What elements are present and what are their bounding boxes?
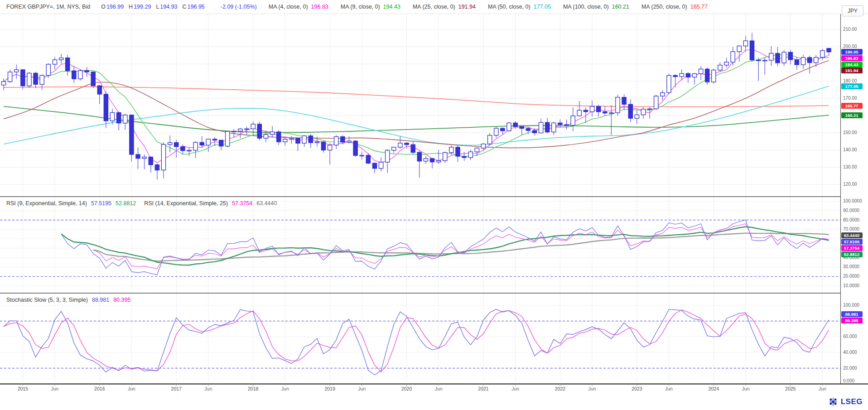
rsi-1-value: 57.5195 bbox=[91, 200, 111, 207]
rsi-1-title[interactable]: RSI (9, Exponential, Simple, 14) bbox=[6, 200, 87, 207]
x-axis-label: Jun bbox=[742, 386, 749, 391]
rsi-axis-label: 20.0000 bbox=[843, 274, 859, 279]
rsi-axis-label: 70.0000 bbox=[843, 227, 859, 232]
rsi-axis-label: 90.0000 bbox=[843, 208, 859, 213]
x-axis-label: Jun bbox=[51, 386, 58, 391]
stoch-value-badge: 88.981 bbox=[841, 311, 863, 317]
x-axis-label: Jun bbox=[819, 386, 826, 391]
price-badge: 196.95 bbox=[841, 49, 863, 55]
price-badge: 196.83 bbox=[841, 55, 863, 61]
rsi-value-badge: 57.3754 bbox=[841, 245, 863, 251]
price-badge: 191.94 bbox=[841, 68, 863, 73]
x-axis-label: Jun bbox=[281, 386, 289, 391]
price-axis-label: 120.00 bbox=[843, 182, 857, 187]
stoch-axis-label: 60.000 bbox=[843, 334, 857, 339]
price-badge: 194.43 bbox=[841, 62, 863, 68]
rsi-2-signal-value: 63.4440 bbox=[256, 200, 277, 207]
chart-application: FOREX GBPJPY=, 1M, NYS, Bid O198.99 H199… bbox=[0, 0, 868, 410]
rsi-1-signal-value: 52.8812 bbox=[116, 200, 136, 207]
x-axis-label: 2021 bbox=[478, 386, 488, 391]
price-axis-label: 210.00 bbox=[843, 27, 857, 32]
x-axis-label: Jun bbox=[128, 386, 135, 391]
x-axis-label: Jun bbox=[665, 386, 673, 391]
stochastic-title[interactable]: Stochastic Slow (5, 3, 3, Simple) bbox=[6, 297, 88, 303]
x-axis-label: Jun bbox=[435, 386, 443, 391]
rsi-axis-label: 10.0000 bbox=[843, 283, 859, 289]
rsi-value-badge: 52.8812 bbox=[841, 251, 863, 257]
lseg-logo: LSEG bbox=[828, 396, 863, 407]
price-badge: 160.21 bbox=[841, 112, 863, 118]
lseg-logo-text: LSEG bbox=[841, 397, 863, 406]
rsi-value-badge: 63.4440 bbox=[841, 232, 863, 238]
x-axis-label: 2015 bbox=[18, 386, 28, 391]
stochastic-k-value: 88.981 bbox=[92, 297, 109, 303]
stoch-axis-label: 100.000 bbox=[843, 303, 859, 308]
x-axis-label: 2022 bbox=[555, 386, 565, 391]
price-axis-label: 140.00 bbox=[843, 147, 857, 153]
x-axis-label: 2025 bbox=[785, 386, 796, 391]
rsi-2-value: 57.3754 bbox=[232, 200, 252, 207]
x-axis-label: Jun bbox=[588, 386, 596, 391]
price-axis-label: 130.00 bbox=[843, 164, 857, 170]
rsi-panel-header: RSI (9, Exponential, Simple, 14) 57.5195… bbox=[6, 200, 281, 207]
stoch-axis-label: 40.000 bbox=[843, 350, 857, 355]
price-badge: 165.77 bbox=[841, 103, 863, 109]
stochastic-panel-header: Stochastic Slow (5, 3, 3, Simple) 88.981… bbox=[6, 297, 135, 303]
x-axis-label: 2024 bbox=[709, 386, 719, 391]
price-axis-label: 150.00 bbox=[843, 130, 857, 135]
stoch-axis-label: 0.000 bbox=[843, 378, 854, 384]
stoch-value-badge: 80.395 bbox=[841, 318, 863, 323]
rsi-axis-label: 100.0000 bbox=[843, 198, 862, 204]
price-badge: 177.05 bbox=[841, 83, 863, 89]
x-axis-label: Jun bbox=[511, 386, 519, 391]
x-axis-label: Jun bbox=[358, 386, 366, 391]
rsi-2-title[interactable]: RSI (14, Exponential, Simple, 25) bbox=[144, 200, 228, 207]
stoch-axis-label: 20.000 bbox=[843, 366, 857, 371]
rsi-axis-label: 80.0000 bbox=[843, 217, 859, 223]
rsi-value-badge: 57.5195 bbox=[841, 239, 863, 245]
x-axis-label: 2018 bbox=[248, 386, 258, 391]
rsi-axis-label: 30.0000 bbox=[843, 264, 859, 270]
x-axis-label: 2020 bbox=[401, 386, 412, 391]
lseg-crest-icon bbox=[828, 396, 839, 407]
price-axis-label: 170.00 bbox=[843, 96, 857, 101]
x-axis-label: 2023 bbox=[632, 386, 642, 391]
x-axis-label: 2017 bbox=[171, 386, 182, 391]
x-axis-label: 2019 bbox=[324, 386, 335, 391]
stochastic-d-value: 80.395 bbox=[113, 297, 130, 303]
x-axis-label: Jun bbox=[204, 386, 212, 391]
x-axis-label: 2016 bbox=[94, 386, 105, 391]
